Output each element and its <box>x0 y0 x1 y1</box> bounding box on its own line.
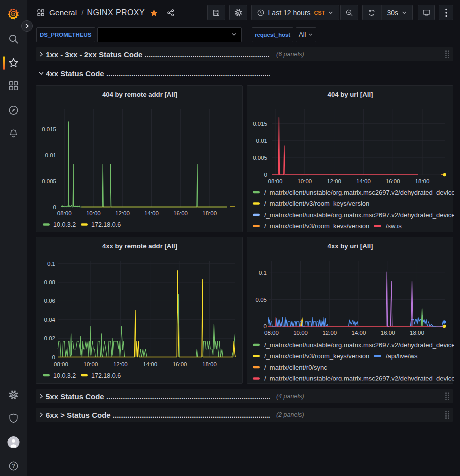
svg-text:18:00: 18:00 <box>415 178 430 184</box>
svg-text:0.1: 0.1 <box>259 270 267 276</box>
svg-text:14:00: 14:00 <box>356 178 371 184</box>
svg-text:18:00: 18:00 <box>410 330 424 336</box>
svg-text:/_matrix/client/r0/sync: /_matrix/client/r0/sync <box>264 364 327 371</box>
svg-text:0.005: 0.005 <box>253 155 267 161</box>
svg-text:10:00: 10:00 <box>86 210 101 216</box>
svg-text:/_matrix/client/unstable/org.m: /_matrix/client/unstable/org.matrix.msc2… <box>264 341 454 349</box>
svg-text:404 by remote addr [All]: 404 by remote addr [All] <box>102 91 177 98</box>
svg-text:08:00: 08:00 <box>57 210 72 216</box>
svg-text:172.18.0.6: 172.18.0.6 <box>91 221 121 228</box>
svg-text:18:00: 18:00 <box>202 210 217 216</box>
svg-text:4xx by uri [All]: 4xx by uri [All] <box>328 242 373 250</box>
svg-text:18:00: 18:00 <box>202 361 217 367</box>
svg-text:14:00: 14:00 <box>352 330 366 336</box>
svg-text:0.01: 0.01 <box>256 138 267 144</box>
svg-text:16:00: 16:00 <box>381 330 395 336</box>
svg-text:14:00: 14:00 <box>143 361 157 367</box>
svg-text:10:00: 10:00 <box>293 330 308 336</box>
svg-text:10:00: 10:00 <box>84 361 98 367</box>
svg-text:16:00: 16:00 <box>173 210 188 216</box>
svg-text:12:00: 12:00 <box>113 361 128 367</box>
svg-text:0: 0 <box>53 204 56 210</box>
svg-text:404 by uri [All]: 404 by uri [All] <box>328 91 373 98</box>
svg-text:10.0.3.2: 10.0.3.2 <box>53 221 76 228</box>
svg-text:0.05: 0.05 <box>256 297 267 303</box>
svg-text:12:00: 12:00 <box>115 210 130 216</box>
svg-text:0.015: 0.015 <box>42 126 56 132</box>
svg-text:0.04: 0.04 <box>44 317 56 323</box>
svg-text:0.08: 0.08 <box>44 279 55 285</box>
svg-text:0.005: 0.005 <box>42 178 56 184</box>
svg-text:0: 0 <box>264 323 267 329</box>
svg-text:12:00: 12:00 <box>327 178 341 184</box>
svg-text:172.18.0.6: 172.18.0.6 <box>91 372 121 379</box>
svg-text:08:00: 08:00 <box>54 361 68 367</box>
svg-text:/_matrix/client/unstable/org.m: /_matrix/client/unstable/org.matrix.msc2… <box>264 189 454 196</box>
svg-text:10.0.3.2: 10.0.3.2 <box>53 372 76 379</box>
svg-text:4xx by remote addr [All]: 4xx by remote addr [All] <box>102 242 177 250</box>
svg-text:0.01: 0.01 <box>45 152 56 158</box>
svg-text:0: 0 <box>52 354 55 360</box>
svg-text:/_matrix/client/v3/room_keys/v: /_matrix/client/v3/room_keys/version <box>264 222 369 230</box>
svg-text:/_matrix/client/unstable/org.m: /_matrix/client/unstable/org.matrix.msc2… <box>264 375 454 382</box>
svg-text:16:00: 16:00 <box>386 178 400 184</box>
svg-text:0.02: 0.02 <box>44 335 55 341</box>
svg-text:?: ? <box>12 463 15 469</box>
svg-text:0: 0 <box>264 172 267 178</box>
svg-text:/_matrix/client/unstable/org.m: /_matrix/client/unstable/org.matrix.msc2… <box>264 211 454 219</box>
svg-text:08:00: 08:00 <box>268 178 283 184</box>
svg-text:10:00: 10:00 <box>297 178 312 184</box>
svg-text:16:00: 16:00 <box>173 361 187 367</box>
svg-text:0.06: 0.06 <box>44 298 55 304</box>
svg-text:08:00: 08:00 <box>264 330 279 336</box>
svg-text:0.1: 0.1 <box>47 261 55 267</box>
svg-text:/sw.js: /sw.js <box>386 222 402 230</box>
svg-text:0.015: 0.015 <box>253 121 267 127</box>
svg-text:14:00: 14:00 <box>144 210 159 216</box>
svg-text:/api/live/ws: /api/live/ws <box>386 352 418 360</box>
svg-text:/_matrix/client/v3/room_keys/v: /_matrix/client/v3/room_keys/version <box>264 352 369 360</box>
svg-text:/_matrix/client/v3/room_keys/v: /_matrix/client/v3/room_keys/version <box>264 200 369 207</box>
svg-text:12:00: 12:00 <box>322 330 337 336</box>
